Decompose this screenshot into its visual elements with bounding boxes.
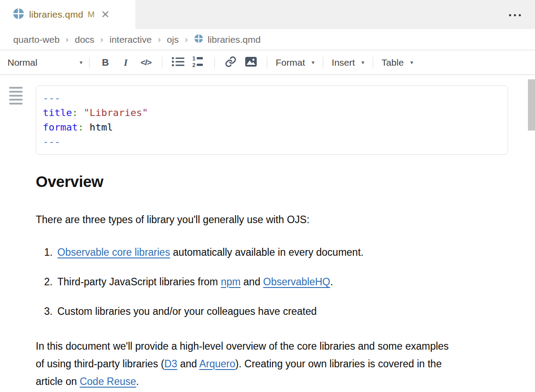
breadcrumb-separator: › <box>100 34 104 45</box>
bullet-list-button[interactable] <box>168 54 188 71</box>
link-npm[interactable]: npm <box>221 276 241 287</box>
link-icon <box>224 56 237 70</box>
toolbar-divider <box>373 57 373 68</box>
toolbar-divider <box>214 57 215 68</box>
code-button[interactable]: </> <box>136 54 156 71</box>
link-observable-core-libraries[interactable]: Observable core libraries <box>57 246 170 258</box>
chevron-down-icon: ▾ <box>362 60 365 65</box>
breadcrumb-separator: › <box>184 34 188 45</box>
breadcrumb-separator: › <box>65 34 69 45</box>
list-number: 3. <box>36 305 57 318</box>
tab-title: libraries.qmd <box>29 9 83 20</box>
svg-text:1: 1 <box>192 56 195 62</box>
numbered-list-button[interactable]: 1 2 <box>188 54 209 71</box>
chevron-down-icon: ▾ <box>312 60 315 65</box>
yaml-close-delimiter: --- <box>43 134 501 149</box>
yaml-front-matter-block[interactable]: --- title:"Libraries" format:html --- <box>36 86 508 155</box>
document-editor: --- title:"Libraries" format:html --- Ov… <box>0 75 535 392</box>
insert-menu-label: Insert <box>332 57 355 68</box>
link-d3[interactable]: D3 <box>164 358 177 370</box>
insert-menu[interactable]: Insert ▾ <box>329 56 367 70</box>
svg-text:2: 2 <box>192 62 195 68</box>
link-code-reuse[interactable]: Code Reuse <box>80 376 136 387</box>
intro-paragraph: There are three types of library you'll … <box>36 211 510 228</box>
list-number: 2. <box>36 275 57 288</box>
numbered-list-icon: 1 2 <box>192 56 205 70</box>
yaml-format-line: format:html <box>43 120 501 134</box>
breadcrumb-item-quarto-web[interactable]: quarto-web <box>13 34 60 45</box>
image-icon <box>245 56 257 69</box>
toolbar-divider <box>267 57 267 68</box>
document-body: Overview There are three types of librar… <box>36 173 510 390</box>
link-observablehq[interactable]: ObservableHQ <box>263 276 330 287</box>
insert-link-button[interactable] <box>221 54 241 71</box>
modified-badge: M <box>88 10 95 19</box>
paragraph-style-value: Normal <box>7 57 37 68</box>
table-menu[interactable]: Table ▾ <box>379 56 416 70</box>
list-item: 1. Observable core libraries automatical… <box>36 246 510 259</box>
italic-button[interactable]: I <box>116 54 136 71</box>
toolbar-divider <box>323 57 323 68</box>
breadcrumb: quarto-web › docs › interactive › ojs › … <box>0 29 535 50</box>
list-number: 1. <box>36 246 57 259</box>
breadcrumb-item-docs[interactable]: docs <box>75 34 94 45</box>
quarto-file-icon <box>194 34 203 45</box>
more-actions-icon[interactable] <box>507 12 523 18</box>
format-menu[interactable]: Format ▾ <box>273 56 317 70</box>
bold-button[interactable]: B <box>95 54 116 71</box>
closing-paragraph: In this document we'll provide a high-le… <box>36 337 455 390</box>
paragraph-style-select[interactable]: Normal ▾ <box>7 56 83 70</box>
yaml-open-delimiter: --- <box>43 91 501 105</box>
bullet-list-icon <box>172 56 185 69</box>
chevron-down-icon: ▾ <box>410 60 413 65</box>
vertical-scrollbar-thumb[interactable] <box>528 79 535 131</box>
list-item: 3. Custom libraries you and/or your coll… <box>36 305 510 318</box>
close-icon[interactable]: ✕ <box>101 9 110 20</box>
format-menu-label: Format <box>276 57 305 68</box>
list-item: 2. Third-party JavaScript libraries from… <box>36 275 510 288</box>
heading-overview: Overview <box>36 173 510 190</box>
tab-bar: libraries.qmd M ✕ <box>0 0 535 29</box>
breadcrumb-file-label: libraries.qmd <box>208 34 261 45</box>
quarto-file-icon <box>13 8 24 21</box>
table-menu-label: Table <box>382 57 404 68</box>
breadcrumb-item-file[interactable]: libraries.qmd <box>194 34 261 45</box>
italic-icon: I <box>124 57 128 68</box>
breadcrumb-item-interactive[interactable]: interactive <box>109 34 152 45</box>
toolbar-divider <box>89 57 90 68</box>
link-arquero[interactable]: Arquero <box>199 358 236 370</box>
block-drag-handle-icon[interactable] <box>9 87 22 107</box>
insert-image-button[interactable] <box>241 54 261 71</box>
toolbar-divider <box>162 57 162 68</box>
chevron-down-icon: ▾ <box>79 60 82 65</box>
bold-icon: B <box>102 57 109 68</box>
breadcrumb-separator: › <box>157 34 161 45</box>
ordered-list: 1. Observable core libraries automatical… <box>36 246 510 318</box>
breadcrumb-item-ojs[interactable]: ojs <box>167 34 179 45</box>
editor-toolbar: Normal ▾ B I </> 1 2 <box>0 50 535 75</box>
code-icon: </> <box>141 58 151 67</box>
yaml-title-line: title:"Libraries" <box>43 105 501 120</box>
tab-libraries-qmd[interactable]: libraries.qmd M ✕ <box>0 0 135 29</box>
